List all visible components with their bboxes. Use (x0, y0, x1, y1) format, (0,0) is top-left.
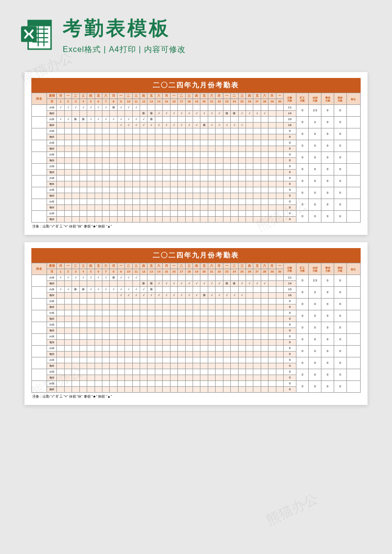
col-daynum: 26 (245, 269, 253, 275)
cell-mark (261, 134, 268, 140)
cell-mark (200, 140, 208, 146)
cell-mark (87, 334, 95, 340)
cell-mark (200, 199, 208, 205)
col-weekday: 六 (208, 263, 215, 269)
cell-mark (155, 357, 162, 363)
cell-mark (132, 340, 140, 346)
cell-mark (72, 146, 79, 152)
cell-mark (87, 205, 95, 211)
cell-mark (178, 205, 185, 211)
cell-attend-days: 0 (284, 205, 296, 211)
cell-mark (208, 275, 215, 281)
cell-mark (125, 193, 132, 199)
cell-mark (170, 322, 177, 328)
cell-mark (132, 134, 140, 140)
cell-mark (117, 334, 124, 340)
cell-mark (223, 140, 230, 146)
col-weekday: 五 (200, 263, 208, 269)
cell-summary: 0 (309, 310, 321, 322)
cell-mark (276, 176, 283, 181)
cell-mark: √ (147, 293, 155, 299)
cell-shift: 晚班 (47, 304, 57, 310)
cell-mark (238, 334, 245, 340)
cell-mark (178, 352, 185, 357)
cell-mark (200, 346, 208, 352)
cell-shift: 晚班 (47, 281, 57, 287)
cell-mark (253, 123, 261, 128)
cell-mark (216, 164, 223, 170)
cell-mark (216, 117, 223, 123)
cell-mark (147, 146, 155, 152)
cell-mark (170, 375, 177, 381)
col-daynum: 12 (140, 269, 147, 275)
col-weekday: 三 (132, 263, 140, 269)
cell-mark (216, 363, 223, 369)
cell-summary: 0 (334, 199, 346, 211)
cell-mark: √ (102, 275, 109, 281)
cell-mark (102, 217, 109, 223)
cell-attend-days: 11 (284, 105, 296, 111)
cell-mark (117, 316, 124, 322)
cell-mark (253, 328, 261, 334)
cell-mark (170, 275, 177, 281)
col-weekday: 日 (57, 93, 64, 99)
cell-mark (155, 181, 162, 187)
cell-mark (185, 299, 193, 304)
cell-mark (102, 170, 109, 176)
cell-mark (125, 310, 132, 316)
cell-mark (178, 369, 185, 375)
col-summary: 出勤 天数 (284, 263, 296, 275)
cell-mark (193, 170, 200, 176)
cell-shift: 晚班 (47, 328, 57, 334)
cell-mark (178, 105, 185, 111)
cell-mark (193, 375, 200, 381)
cell-mark (79, 293, 87, 299)
cell-mark (140, 152, 147, 158)
cell-mark: √ (178, 123, 185, 128)
cell-mark (170, 387, 177, 393)
cell-mark (72, 134, 79, 140)
cell-mark: √ (261, 281, 268, 287)
cell-mark (216, 217, 223, 223)
cell-mark (155, 170, 162, 176)
cell-mark (87, 199, 95, 205)
cell-mark (110, 199, 117, 205)
cell-mark (155, 328, 162, 334)
cell-mark (238, 193, 245, 199)
cell-mark (231, 340, 238, 346)
cell-mark (140, 334, 147, 340)
cell-mark (200, 134, 208, 140)
cell-mark (178, 117, 185, 123)
cell-attend-days: 0 (284, 170, 296, 176)
cell-mark (261, 357, 268, 363)
col-daynum: 17 (178, 269, 185, 275)
cell-mark (95, 346, 102, 352)
cell-shift: 白班 (47, 322, 57, 328)
cell-summary: 0 (334, 105, 346, 117)
cell-mark (79, 199, 87, 205)
cell-mark (261, 140, 268, 146)
cell-attend-days: 0 (284, 164, 296, 170)
cell-attend-days: 0 (284, 193, 296, 199)
cell-mark (147, 357, 155, 363)
cell-mark (95, 328, 102, 334)
cell-mark (208, 352, 215, 357)
cell-shift: 白班 (47, 176, 57, 181)
cell-mark (163, 146, 170, 152)
cell-shift: 晚班 (47, 352, 57, 357)
cell-summary: 0 (334, 128, 346, 140)
cell-mark (269, 357, 276, 363)
cell-mark (253, 211, 261, 217)
cell-mark: √ (163, 111, 170, 117)
cell-mark (102, 199, 109, 205)
col-weekday: 一 (223, 263, 230, 269)
cell-mark (57, 328, 64, 334)
cell-mark (163, 158, 170, 164)
cell-mark (200, 363, 208, 369)
cell-summary (346, 346, 360, 357)
cell-mark (276, 205, 283, 211)
cell-mark (110, 164, 117, 170)
cell-mark (238, 352, 245, 357)
cell-mark (269, 346, 276, 352)
cell-mark (72, 310, 79, 316)
